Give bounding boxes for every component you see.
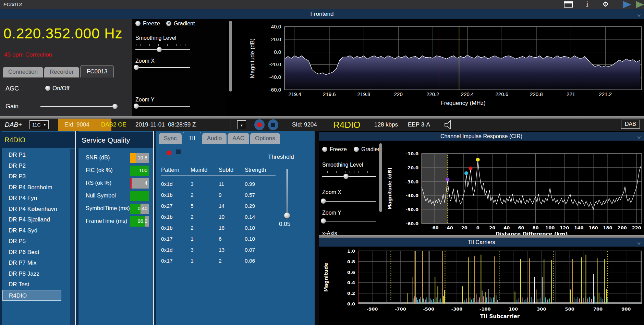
quality-row: SymbolTime (ms)0.40 bbox=[76, 203, 153, 216]
cir-gradient-radio[interactable] bbox=[354, 147, 359, 152]
tii-record-button[interactable] bbox=[167, 151, 171, 155]
station-item[interactable]: DR P2 bbox=[2, 160, 72, 171]
zoomx-slider[interactable] bbox=[135, 67, 190, 68]
svg-text:0.8: 0.8 bbox=[347, 259, 355, 264]
panel-gap bbox=[315, 131, 319, 325]
frontend-collapse-icon[interactable]: ▽ bbox=[637, 10, 641, 20]
tii-table-row: 0x17120.06 bbox=[161, 255, 276, 266]
title-bar: FC0013 i ⚙ bbox=[0, 0, 644, 9]
cir-controls-scrollbar[interactable] bbox=[379, 143, 382, 212]
tii-col-header: SubId bbox=[219, 167, 245, 173]
tii-carriers-title: TII Carriers bbox=[468, 239, 495, 245]
station-item[interactable]: R4DIO bbox=[2, 290, 61, 301]
svg-text:0.4: 0.4 bbox=[347, 280, 355, 285]
freeze-label: Freeze bbox=[143, 21, 160, 27]
tab-aac[interactable]: AAC bbox=[228, 133, 249, 144]
cir-zoomx-slider[interactable] bbox=[322, 201, 376, 202]
cir-smoothing-handle[interactable] bbox=[343, 174, 349, 179]
cir-header: Channel Impulse Response (CIR) ▽ bbox=[319, 132, 644, 141]
station-list-panel: R4DIO DR P1DR P2DR P3DR P4 BornholmDR P4… bbox=[0, 131, 75, 325]
station-item[interactable]: DR P5 bbox=[2, 236, 72, 247]
tii-carriers-collapse-icon[interactable]: ▽ bbox=[637, 239, 641, 248]
svg-text:-50.0: -50.0 bbox=[406, 207, 418, 212]
cir-controls: Freeze Gradient Smoothing Level Zoom X Z… bbox=[321, 143, 379, 228]
zoomx-slider-handle[interactable] bbox=[134, 65, 139, 70]
svg-text:220.2: 220.2 bbox=[426, 91, 439, 97]
tab-sync[interactable]: Sync bbox=[159, 133, 182, 144]
svg-text:0: 0 bbox=[476, 225, 479, 230]
station-item[interactable]: DR P6 Beat bbox=[2, 247, 72, 258]
station-item[interactable]: DR P4 Syd bbox=[2, 225, 72, 236]
info-icon[interactable]: i bbox=[586, 0, 588, 8]
cir-smoothing-label: Smoothing Level bbox=[322, 162, 363, 168]
agc-radio[interactable] bbox=[45, 86, 50, 91]
station-item[interactable]: DR P4 Bornholm bbox=[2, 182, 72, 193]
datetime: 2019-11-01 08:28:59 Z bbox=[135, 119, 196, 131]
cir-collapse-icon[interactable]: ▽ bbox=[637, 133, 641, 142]
station-item[interactable]: DR P4 København bbox=[2, 204, 72, 215]
tab-connection[interactable]: Connection bbox=[3, 67, 43, 77]
quality-row: FIC (ok %)100 bbox=[76, 165, 153, 178]
spectrum-controls-scrollbar[interactable] bbox=[229, 21, 232, 92]
cir-freeze-radio[interactable] bbox=[322, 147, 327, 152]
zoomy-slider[interactable] bbox=[135, 106, 190, 107]
quality-bar: 10.8 bbox=[130, 153, 149, 163]
svg-text:219.4: 219.4 bbox=[288, 91, 301, 97]
tab-audio[interactable]: Audio bbox=[202, 133, 227, 144]
smoothing-slider-handle[interactable] bbox=[157, 47, 162, 52]
agc-label: AGC bbox=[5, 85, 19, 92]
quality-bar-fill bbox=[130, 178, 132, 189]
tii-stop-button[interactable] bbox=[176, 149, 181, 154]
zoomx-label: Zoom X bbox=[135, 58, 155, 64]
threshold-slider[interactable] bbox=[287, 169, 288, 219]
channel-value: 11C bbox=[30, 122, 41, 128]
stop-button[interactable] bbox=[268, 119, 278, 130]
frontend-header: Frontend ▽ bbox=[0, 9, 644, 19]
cir-zoomy-handle[interactable] bbox=[321, 218, 326, 224]
svg-text:100: 100 bbox=[509, 306, 518, 312]
play-blue-icon[interactable] bbox=[623, 1, 632, 8]
record-menu-button[interactable]: ▼ bbox=[237, 120, 246, 129]
threshold-slider-handle[interactable] bbox=[284, 213, 290, 218]
station-item[interactable]: DR P7 Mix bbox=[2, 257, 72, 268]
tii-col-header: Strength bbox=[245, 167, 275, 173]
smoothing-slider[interactable] bbox=[135, 49, 190, 50]
svg-text:40.0: 40.0 bbox=[271, 24, 281, 29]
dab-badge: DAB bbox=[621, 120, 640, 129]
play-green-icon[interactable] bbox=[635, 1, 644, 8]
station-item[interactable]: DR P8 Jazz bbox=[2, 268, 72, 279]
tab-tii[interactable]: TII bbox=[183, 132, 201, 144]
quality-bar: 4 bbox=[130, 178, 149, 189]
expert-view-icon[interactable] bbox=[564, 1, 573, 8]
speaker-icon[interactable] bbox=[444, 120, 454, 129]
station-item[interactable]: DR Test bbox=[2, 279, 72, 290]
zoomy-slider-handle[interactable] bbox=[134, 104, 139, 109]
cir-zoomy-slider[interactable] bbox=[322, 221, 376, 221]
tab-fc0013[interactable]: FC0013 bbox=[80, 65, 114, 77]
freeze-radio[interactable] bbox=[135, 21, 141, 26]
svg-text:-10.0: -10.0 bbox=[406, 151, 418, 156]
tab-recorder[interactable]: Recorder bbox=[44, 67, 79, 77]
station-item[interactable]: DR P4 Fyn bbox=[2, 193, 72, 204]
frontend-body: 0.220.352.000 Hz 43 ppm Correction Conne… bbox=[0, 19, 644, 116]
cir-zoomx-handle[interactable] bbox=[321, 198, 326, 204]
svg-text:180: 180 bbox=[603, 225, 612, 230]
station-item[interactable]: DR P4 Sjælland bbox=[2, 214, 72, 225]
record-button[interactable] bbox=[254, 119, 265, 130]
svg-text:-900: -900 bbox=[367, 306, 378, 312]
svg-text:0.2: 0.2 bbox=[347, 291, 355, 296]
gradient-checkbox[interactable] bbox=[166, 21, 171, 26]
station-item[interactable]: DR P3 bbox=[2, 171, 72, 182]
settings-gear-icon[interactable]: ⚙ bbox=[603, 0, 609, 8]
cir-smoothing-slider[interactable] bbox=[322, 176, 376, 177]
gain-slider[interactable] bbox=[40, 106, 118, 107]
quality-bar: 100 bbox=[130, 166, 149, 176]
tab-options[interactable]: Options bbox=[250, 133, 280, 144]
dab-status-bar: DAB+ 11C ▼ EId: 9004 DAB2 OE 2019-11-01 … bbox=[0, 119, 644, 131]
gain-slider-handle[interactable] bbox=[112, 104, 118, 109]
quality-label: SNR (dB) bbox=[86, 154, 110, 161]
tii-separator-line bbox=[160, 160, 267, 160]
svg-text:220: 220 bbox=[394, 91, 403, 97]
channel-select[interactable]: 11C ▼ bbox=[29, 120, 49, 129]
station-item[interactable]: DR P1 bbox=[2, 149, 72, 160]
